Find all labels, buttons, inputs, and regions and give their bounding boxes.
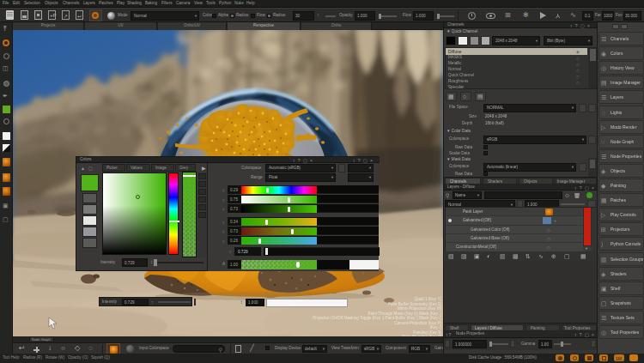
- svg-text:Projection On/Off Masking Togg: Projection On/Off Masking Toggle (Key .)…: [313, 316, 441, 320]
- svg-text:Mirror Projection (Key M): Mirror Projection (Key M): [398, 306, 442, 311]
- svg-text:Paint Buffer Symmetry (Key 2): Paint Buffer Symmetry (Key 2): [388, 302, 441, 306]
- svg-text:Painting (Key 9): Painting (Key 9): [413, 330, 441, 335]
- svg-text:Paint Through Mode (Key U) Ma: Paint Through Mode (Key U) Mask (Key ,): [368, 312, 442, 316]
- svg-text:Quad 1 (Key Y): Quad 1 (Key Y): [414, 297, 441, 301]
- svg-text:(Key /): (Key /): [429, 325, 441, 330]
- svg-text:Camera Projection (Key P): Camera Projection (Key P): [394, 321, 441, 325]
